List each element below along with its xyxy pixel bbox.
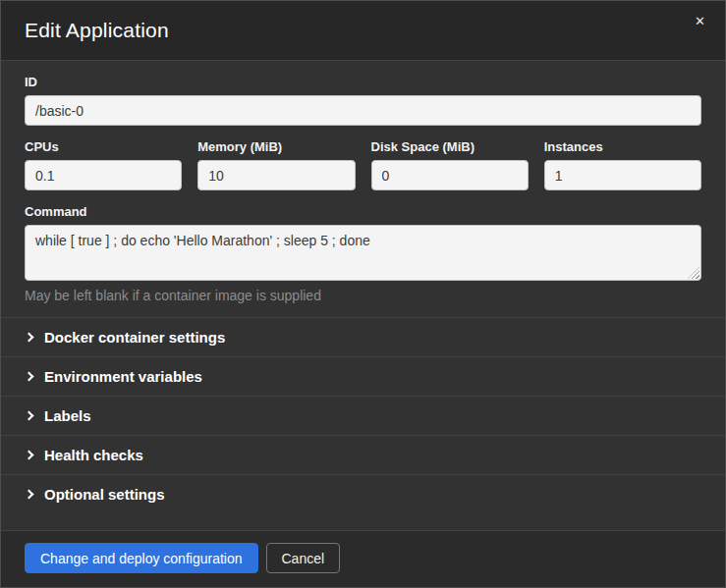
collapsible-sections: Docker container settings Environment va… <box>1 317 725 513</box>
chevron-right-icon <box>25 490 34 500</box>
memory-field-group: Memory (MiB) <box>197 139 355 190</box>
section-optional-settings[interactable]: Optional settings <box>1 474 725 513</box>
command-field-label: Command <box>25 204 701 219</box>
command-textarea[interactable]: while [ true ] ; do echo 'Hello Marathon… <box>25 225 701 281</box>
section-label: Optional settings <box>44 486 165 503</box>
page-title: Edit Application <box>25 19 169 42</box>
section-label: Environment variables <box>44 368 202 385</box>
instances-input[interactable] <box>544 160 701 190</box>
chevron-right-icon <box>25 333 34 343</box>
edit-application-modal: Edit Application ✕ ID CPUs Memory (MiB) … <box>0 0 726 588</box>
section-label: Health checks <box>44 447 143 463</box>
instances-field-group: Instances <box>544 139 701 190</box>
command-textarea-wrap: while [ true ] ; do echo 'Hello Marathon… <box>25 225 701 281</box>
modal-body: ID CPUs Memory (MiB) Disk Space (MiB) In… <box>1 61 725 317</box>
section-health-checks[interactable]: Health checks <box>1 435 725 474</box>
memory-field-label: Memory (MiB) <box>197 139 355 154</box>
modal-header: Edit Application ✕ <box>1 1 725 61</box>
chevron-right-icon <box>25 411 34 421</box>
chevron-right-icon <box>25 372 34 382</box>
section-labels[interactable]: Labels <box>1 396 725 435</box>
cpus-input[interactable] <box>25 160 182 190</box>
change-and-deploy-button[interactable]: Change and deploy configuration <box>25 543 258 573</box>
section-environment-variables[interactable]: Environment variables <box>1 356 725 396</box>
memory-input[interactable] <box>197 160 355 190</box>
resources-field-row: CPUs Memory (MiB) Disk Space (MiB) Insta… <box>25 139 701 190</box>
cancel-button[interactable]: Cancel <box>266 543 341 573</box>
id-field-group: ID <box>25 75 701 126</box>
id-input[interactable] <box>25 95 701 126</box>
cpus-field-label: CPUs <box>25 139 182 154</box>
chevron-right-icon <box>25 451 34 460</box>
command-field-group: Command while [ true ] ; do echo 'Hello … <box>25 204 701 303</box>
section-label: Docker container settings <box>44 329 225 346</box>
instances-field-label: Instances <box>544 139 701 154</box>
id-field-label: ID <box>25 75 701 89</box>
section-label: Labels <box>44 407 91 424</box>
modal-footer: Change and deploy configuration Cancel <box>1 530 725 587</box>
disk-field-group: Disk Space (MiB) <box>371 139 529 190</box>
disk-input[interactable] <box>371 160 529 190</box>
disk-field-label: Disk Space (MiB) <box>371 139 529 154</box>
section-docker-container-settings[interactable]: Docker container settings <box>1 317 725 356</box>
close-icon[interactable]: ✕ <box>691 13 709 29</box>
command-help-text: May be left blank if a container image i… <box>25 288 701 303</box>
cpus-field-group: CPUs <box>25 139 182 190</box>
